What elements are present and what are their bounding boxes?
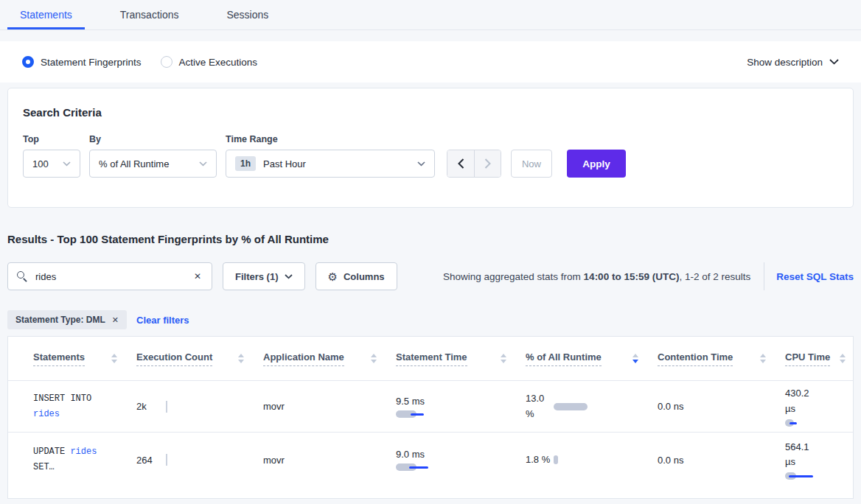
columns-button[interactable]: ⚙ Columns [316, 262, 397, 290]
time-range-select[interactable]: 1h Past Hour [226, 150, 435, 178]
by-select[interactable]: % of All Runtime [89, 150, 217, 178]
contention-time-cell: 0.0 ns [658, 455, 785, 466]
search-criteria-title: Search Criteria [23, 106, 838, 119]
statement-time-cell: 9.0 ms [396, 449, 526, 471]
chevron-down-icon [199, 161, 207, 167]
statement-link[interactable]: rides [33, 409, 60, 419]
results-heading: Results - Top 100 Statement Fingerprints… [7, 233, 854, 245]
aggregated-stats-note: Showing aggregated stats from 14:00 to 1… [443, 271, 750, 282]
clear-filters-link[interactable]: Clear filters [136, 315, 189, 326]
columns-button-label: Columns [344, 271, 385, 282]
statement-link[interactable]: rides [70, 447, 97, 457]
tab-statements[interactable]: Statements [7, 9, 85, 29]
by-label: By [89, 134, 217, 144]
by-field: By % of All Runtime [89, 134, 217, 178]
column-header-cpu-time[interactable]: CPU Time [785, 351, 853, 366]
cpu-time-bar [785, 419, 800, 427]
stats-time-range: 14:00 to 15:59 (UTC) [584, 271, 680, 282]
time-range-field: Time Range 1h Past Hour [226, 134, 435, 178]
contention-time-cell: 0.0 ns [658, 401, 785, 412]
radio-statement-fingerprints[interactable]: Statement Fingerprints [22, 56, 142, 68]
pct-runtime-bar [554, 455, 558, 464]
column-header-statement-time[interactable]: Statement Time [396, 351, 526, 366]
pct-runtime-cell: 13.0 % [526, 391, 658, 422]
reset-sql-stats-link[interactable]: Reset SQL Stats [776, 271, 854, 282]
active-filters-row: Statement Type: DML ✕ Clear filters [7, 310, 854, 329]
statement-fingerprint-cell[interactable]: INSERT INTO rides [33, 391, 107, 422]
column-header-contention-time[interactable]: Contention Time [658, 351, 785, 366]
filter-chip-label: Statement Type: DML [15, 315, 105, 325]
tab-transactions[interactable]: Transactions [108, 9, 192, 29]
statement-time-cell: 9.5 ms [396, 396, 526, 418]
apply-button[interactable]: Apply [567, 150, 626, 178]
execution-count-bar [166, 401, 167, 413]
statement-search-box[interactable]: ✕ [7, 262, 212, 290]
pct-runtime-cell: 1.8 % [526, 452, 658, 468]
column-header-pct-all-runtime[interactable]: % of All Runtime [526, 351, 658, 366]
chevron-down-icon [285, 274, 293, 279]
time-range-label: Time Range [226, 134, 435, 144]
execution-count-cell: 2k [136, 401, 263, 413]
sort-icon[interactable] [111, 354, 117, 363]
execution-count-bar [166, 454, 167, 466]
show-description-label: Show description [747, 57, 823, 68]
radio-active-executions-label: Active Executions [179, 57, 258, 68]
chevron-right-icon [484, 158, 491, 169]
column-header-execution-count[interactable]: Execution Count [136, 351, 263, 366]
radio-statement-fingerprints-label: Statement Fingerprints [41, 57, 142, 68]
sort-icon[interactable] [371, 354, 377, 363]
cpu-time-cell: 564.1 µs [785, 440, 853, 480]
view-mode-bar: Statement Fingerprints Active Executions… [0, 41, 861, 83]
search-icon [17, 271, 28, 282]
search-criteria-card: Search Criteria Top 100 By % of All Runt… [7, 88, 854, 208]
execution-count-cell: 264 [136, 454, 263, 466]
clear-search-icon[interactable]: ✕ [192, 270, 203, 283]
statement-time-bar [396, 463, 433, 471]
next-time-button[interactable] [474, 150, 501, 177]
statements-table: Statements Execution Count Application N… [7, 336, 854, 499]
top-select-value: 100 [32, 158, 49, 169]
previous-time-button[interactable] [447, 150, 474, 177]
chevron-down-icon [829, 59, 839, 65]
search-input[interactable] [35, 271, 192, 282]
radio-selected-icon[interactable] [22, 56, 34, 68]
column-header-application-name[interactable]: Application Name [263, 351, 396, 366]
radio-unselected-icon[interactable] [161, 56, 172, 68]
radio-active-executions[interactable]: Active Executions [161, 56, 258, 68]
statement-time-bar [396, 410, 433, 418]
table-row[interactable]: UPDATE rides SET… 264 movr 9.0 ms 1.8 % … [8, 432, 853, 487]
filters-button[interactable]: Filters (1) [223, 262, 305, 290]
remove-filter-icon[interactable]: ✕ [112, 315, 119, 325]
gear-icon: ⚙ [328, 271, 338, 282]
cpu-time-cell: 430.2 µs [785, 386, 853, 426]
chevron-down-icon [417, 161, 425, 167]
sql-activity-tabbar: Statements Transactions Sessions [0, 0, 861, 30]
column-header-statements[interactable]: Statements [33, 351, 136, 366]
sort-icon[interactable] [760, 354, 766, 363]
sort-icon[interactable] [501, 354, 506, 363]
sort-icon[interactable] [238, 354, 244, 363]
results-toolbar: ✕ Filters (1) ⚙ Columns Showing aggregat… [7, 262, 854, 290]
time-range-badge: 1h [235, 156, 256, 171]
cpu-time-bar [785, 472, 815, 480]
by-select-value: % of All Runtime [99, 158, 169, 169]
show-description-toggle[interactable]: Show description [747, 57, 839, 68]
application-name-cell: movr [263, 401, 396, 412]
chevron-left-icon [458, 158, 464, 169]
tab-sessions[interactable]: Sessions [214, 9, 281, 29]
statement-fingerprint-cell[interactable]: UPDATE rides SET… [33, 444, 107, 475]
filter-chip-statement-type[interactable]: Statement Type: DML ✕ [7, 310, 127, 329]
chevron-down-icon [63, 161, 71, 167]
table-row[interactable]: INSERT INTO rides 2k movr 9.5 ms 13.0 % … [8, 381, 853, 432]
time-nav-group [447, 150, 501, 178]
time-range-value: Past Hour [263, 158, 306, 169]
application-name-cell: movr [263, 455, 396, 466]
top-select[interactable]: 100 [23, 150, 80, 178]
now-button[interactable]: Now [511, 150, 552, 178]
sort-icon[interactable] [840, 354, 846, 363]
toolbar-divider [764, 262, 764, 290]
top-label: Top [23, 134, 80, 144]
filters-button-label: Filters (1) [235, 271, 279, 282]
sort-icon-active-desc[interactable] [632, 354, 638, 363]
table-header-row: Statements Execution Count Application N… [8, 337, 853, 381]
